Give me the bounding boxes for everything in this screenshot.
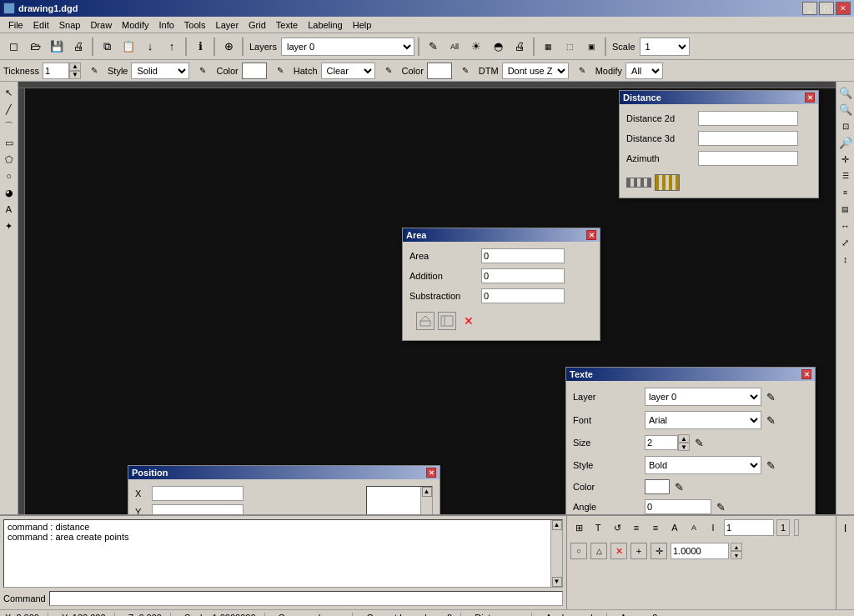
- addition-input[interactable]: 0: [481, 268, 565, 283]
- grid3-button[interactable]: ▣: [581, 37, 601, 57]
- area-close-btn[interactable]: ✕: [460, 312, 478, 330]
- log-scroll-up[interactable]: ▲: [552, 520, 562, 530]
- left-polyline[interactable]: ⌒: [2, 118, 17, 133]
- azimuth-input[interactable]: [698, 151, 798, 166]
- rb-btn8[interactable]: I: [705, 519, 721, 536]
- info-button[interactable]: ℹ: [190, 37, 210, 57]
- menu-modify[interactable]: Modify: [117, 18, 153, 32]
- pos-scroll-up[interactable]: ▲: [422, 487, 432, 497]
- menu-texte[interactable]: Texte: [271, 18, 303, 32]
- rb-btn2[interactable]: T: [590, 519, 606, 536]
- close-button[interactable]: ✕: [836, 2, 851, 15]
- tickness-up[interactable]: ▲: [69, 63, 81, 71]
- color-swatch[interactable]: [242, 63, 267, 79]
- left-symbol[interactable]: ✦: [2, 218, 17, 233]
- hatch-pen[interactable]: ✎: [379, 61, 399, 81]
- shape1-button[interactable]: ◓: [488, 37, 508, 57]
- area-close[interactable]: ✕: [586, 230, 596, 240]
- color2-swatch[interactable]: [427, 63, 452, 79]
- rb-val-up[interactable]: ▲: [731, 543, 742, 551]
- open-button[interactable]: 🗁: [25, 37, 45, 57]
- rb-val-down[interactable]: ▼: [731, 551, 742, 559]
- grid1-button[interactable]: ▦: [538, 37, 558, 57]
- color-pen[interactable]: ✎: [270, 61, 290, 81]
- left-pointer[interactable]: ↖: [2, 85, 17, 100]
- texte-angle-input[interactable]: [645, 499, 711, 514]
- menu-layer[interactable]: Layer: [211, 18, 244, 32]
- area-input[interactable]: 0: [481, 248, 565, 263]
- menu-labeling[interactable]: Labeling: [303, 18, 348, 32]
- texte-font-select[interactable]: Arial: [645, 411, 761, 429]
- printer-button[interactable]: 🖨: [510, 37, 530, 57]
- right-pan[interactable]: ✛: [838, 152, 853, 167]
- menu-snap[interactable]: Snap: [54, 18, 86, 32]
- redo-button[interactable]: ↑: [162, 37, 182, 57]
- position-close[interactable]: ✕: [426, 468, 436, 478]
- left-arc[interactable]: ◕: [2, 185, 17, 200]
- tickness-input[interactable]: [43, 63, 69, 79]
- style-select[interactable]: Solid: [131, 63, 189, 79]
- save-button[interactable]: 💾: [47, 37, 67, 57]
- right-select6[interactable]: ↕: [838, 252, 853, 267]
- right-select5[interactable]: ⤢: [838, 235, 853, 250]
- texte-close[interactable]: ✕: [801, 369, 811, 379]
- distance-close[interactable]: ✕: [805, 93, 815, 103]
- scale-dropdown[interactable]: 1: [640, 38, 690, 56]
- dtm-select[interactable]: Dont use Z: [502, 63, 569, 79]
- right-zoom-minus[interactable]: 🔎: [838, 135, 853, 150]
- rb-btn6[interactable]: A: [666, 519, 683, 536]
- menu-tools[interactable]: Tools: [179, 18, 211, 32]
- texte-color-swatch[interactable]: [645, 479, 670, 494]
- area-icon2[interactable]: [438, 312, 456, 330]
- left-circle[interactable]: ○: [2, 168, 17, 183]
- texte-layer-select[interactable]: layer 0: [645, 388, 761, 406]
- menu-draw[interactable]: Draw: [85, 18, 117, 32]
- substraction-input[interactable]: 0: [481, 288, 565, 303]
- rb-plus-btn[interactable]: +: [630, 543, 647, 559]
- rb-btn1[interactable]: ⊞: [570, 519, 587, 536]
- copy-button[interactable]: ⧉: [97, 37, 117, 57]
- minimize-button[interactable]: _: [802, 2, 817, 15]
- right-select1[interactable]: ☰: [838, 168, 853, 183]
- menu-help[interactable]: Help: [348, 18, 377, 32]
- tickness-down[interactable]: ▼: [69, 71, 81, 79]
- rb-btn7[interactable]: A: [686, 519, 702, 536]
- right-zoom-out[interactable]: 🔍: [838, 102, 853, 117]
- menu-edit[interactable]: Edit: [28, 18, 54, 32]
- paste-button[interactable]: 📋: [118, 37, 138, 57]
- layers-dropdown[interactable]: layer 0: [281, 38, 414, 56]
- log-scroll-down[interactable]: ▼: [552, 577, 562, 587]
- left-text[interactable]: A: [2, 202, 17, 217]
- style-pen[interactable]: ✎: [193, 61, 213, 81]
- distance2d-input[interactable]: [698, 111, 798, 126]
- snap-button[interactable]: ⊕: [219, 37, 239, 57]
- rb-number-input[interactable]: [724, 519, 774, 536]
- right-select4[interactable]: ↔: [838, 218, 853, 233]
- texte-layer-pen[interactable]: ✎: [766, 391, 776, 403]
- right-select2[interactable]: ≡: [838, 185, 853, 200]
- modify-select[interactable]: All: [625, 63, 663, 79]
- right-select3[interactable]: ▤: [838, 202, 853, 217]
- maximize-button[interactable]: □: [819, 2, 834, 15]
- menu-info[interactable]: Info: [153, 18, 178, 32]
- texte-size-up[interactable]: ▲: [678, 434, 690, 443]
- rb-value-input[interactable]: [671, 543, 729, 559]
- grid2-button[interactable]: ⬚: [560, 37, 580, 57]
- tickness-color-picker[interactable]: ✎: [84, 61, 104, 81]
- texte-style-select[interactable]: Bold: [645, 456, 761, 474]
- color2-pen[interactable]: ✎: [455, 61, 475, 81]
- left-line[interactable]: ╱: [2, 102, 17, 117]
- pen-button[interactable]: ✎: [423, 37, 443, 57]
- texte-angle-pen[interactable]: ✎: [716, 501, 726, 513]
- far-right-btn[interactable]: I: [837, 519, 854, 536]
- undo-button[interactable]: ↓: [140, 37, 160, 57]
- print-button[interactable]: 🖨: [68, 37, 88, 57]
- command-input[interactable]: [49, 591, 563, 606]
- left-polygon[interactable]: ⬠: [2, 152, 17, 167]
- x-input[interactable]: [152, 486, 244, 501]
- menu-grid[interactable]: Grid: [244, 18, 271, 32]
- rb-triangle-btn[interactable]: △: [590, 543, 607, 559]
- rb-btn5[interactable]: ≡: [647, 519, 664, 536]
- sun-button[interactable]: ☀: [466, 37, 486, 57]
- rb-btn4[interactable]: ≡: [628, 519, 645, 536]
